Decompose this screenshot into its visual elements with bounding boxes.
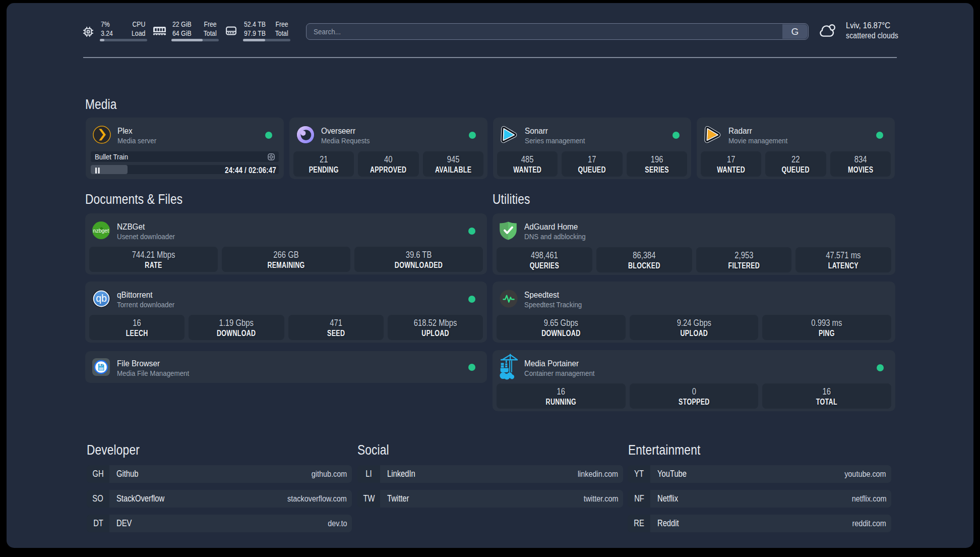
svg-text:qb: qb xyxy=(96,293,107,304)
svg-text:nzbget: nzbget xyxy=(93,228,109,234)
